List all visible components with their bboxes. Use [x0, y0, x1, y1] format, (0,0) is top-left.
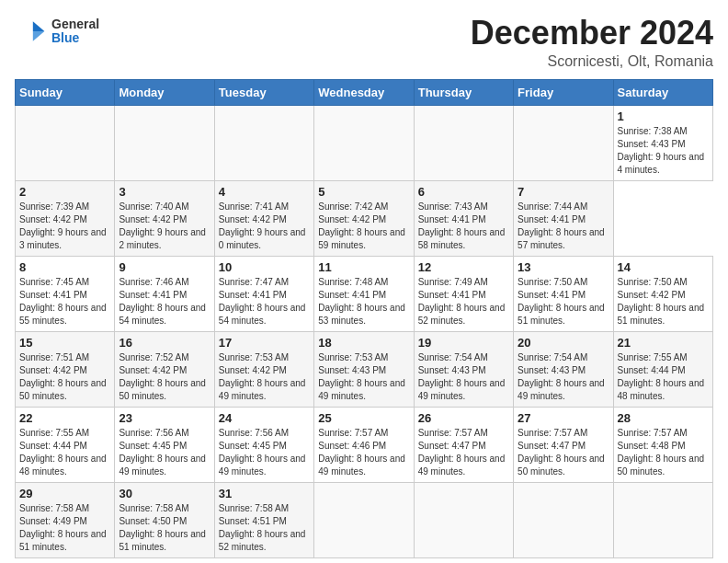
calendar-cell: 19 Sunrise: 7:54 AM Sunset: 4:43 PM Dayl…	[414, 331, 513, 407]
daylight-label: Daylight: 8 hours and 49 minutes.	[418, 454, 506, 477]
day-info: Sunrise: 7:54 AM Sunset: 4:43 PM Dayligh…	[418, 351, 509, 403]
day-info: Sunrise: 7:58 AM Sunset: 4:51 PM Dayligh…	[219, 502, 310, 554]
sunset-label: Sunset: 4:47 PM	[518, 441, 586, 451]
sunrise-label: Sunrise: 7:38 AM	[618, 126, 688, 136]
daylight-label: Daylight: 8 hours and 52 minutes.	[219, 529, 306, 552]
day-info: Sunrise: 7:44 AM Sunset: 4:41 PM Dayligh…	[518, 201, 609, 252]
calendar-cell: 24 Sunrise: 7:56 AM Sunset: 4:45 PM Dayl…	[214, 407, 313, 482]
daylight-label: Daylight: 8 hours and 49 minutes.	[518, 378, 605, 401]
calendar-cell: 27 Sunrise: 7:57 AM Sunset: 4:47 PM Dayl…	[514, 407, 613, 482]
daylight-label: Daylight: 8 hours and 50 minutes.	[618, 454, 705, 477]
day-info: Sunrise: 7:56 AM Sunset: 4:45 PM Dayligh…	[219, 427, 310, 478]
daylight-label: Daylight: 8 hours and 55 minutes.	[19, 303, 107, 326]
calendar-cell	[613, 482, 712, 557]
col-wednesday: Wednesday	[314, 79, 414, 105]
logo-line1: General	[51, 17, 99, 31]
sunset-label: Sunset: 4:42 PM	[318, 214, 386, 224]
day-number: 27	[518, 411, 609, 425]
day-info: Sunrise: 7:46 AM Sunset: 4:41 PM Dayligh…	[119, 276, 210, 327]
daylight-label: Daylight: 8 hours and 48 minutes.	[618, 378, 705, 401]
day-number: 10	[219, 260, 310, 274]
day-number: 30	[119, 487, 210, 500]
calendar-cell: 31 Sunrise: 7:58 AM Sunset: 4:51 PM Dayl…	[214, 482, 313, 557]
day-info: Sunrise: 7:40 AM Sunset: 4:42 PM Dayligh…	[119, 201, 210, 252]
page-header: General Blue December 2024 Scornicesti, …	[15, 15, 713, 70]
daylight-label: Daylight: 8 hours and 54 minutes.	[219, 303, 306, 326]
calendar-cell: 23 Sunrise: 7:56 AM Sunset: 4:45 PM Dayl…	[115, 407, 214, 482]
calendar-cell: 3 Sunrise: 7:40 AM Sunset: 4:42 PM Dayli…	[115, 180, 214, 256]
day-info: Sunrise: 7:38 AM Sunset: 4:43 PM Dayligh…	[618, 125, 709, 177]
sunrise-label: Sunrise: 7:51 AM	[19, 352, 89, 362]
sunset-label: Sunset: 4:41 PM	[119, 290, 187, 300]
sunrise-label: Sunrise: 7:54 AM	[418, 352, 488, 362]
calendar-cell: 4 Sunrise: 7:41 AM Sunset: 4:42 PM Dayli…	[214, 180, 313, 256]
sunrise-label: Sunrise: 7:53 AM	[219, 352, 289, 362]
day-number: 31	[219, 487, 310, 500]
calendar-cell	[314, 482, 414, 557]
sunrise-label: Sunrise: 7:47 AM	[219, 277, 289, 287]
header-row: Sunday Monday Tuesday Wednesday Thursday…	[16, 79, 713, 105]
day-info: Sunrise: 7:43 AM Sunset: 4:41 PM Dayligh…	[418, 201, 509, 252]
calendar-cell: 12 Sunrise: 7:49 AM Sunset: 4:41 PM Dayl…	[414, 256, 513, 331]
day-info: Sunrise: 7:54 AM Sunset: 4:43 PM Dayligh…	[518, 351, 609, 403]
daylight-label: Daylight: 8 hours and 58 minutes.	[418, 227, 506, 250]
calendar-cell: 2 Sunrise: 7:39 AM Sunset: 4:42 PM Dayli…	[16, 180, 115, 256]
calendar-cell	[514, 482, 613, 557]
sunset-label: Sunset: 4:42 PM	[618, 290, 686, 300]
sunset-label: Sunset: 4:42 PM	[119, 214, 187, 224]
sunset-label: Sunset: 4:43 PM	[618, 139, 686, 149]
day-info: Sunrise: 7:49 AM Sunset: 4:41 PM Dayligh…	[418, 276, 509, 327]
day-info: Sunrise: 7:50 AM Sunset: 4:41 PM Dayligh…	[518, 276, 609, 327]
calendar-cell: 25 Sunrise: 7:57 AM Sunset: 4:46 PM Dayl…	[314, 407, 414, 482]
sunrise-label: Sunrise: 7:55 AM	[618, 352, 688, 362]
day-number: 4	[219, 185, 310, 199]
day-number: 23	[119, 411, 210, 425]
sunset-label: Sunset: 4:42 PM	[219, 365, 287, 375]
day-info: Sunrise: 7:55 AM Sunset: 4:44 PM Dayligh…	[618, 351, 709, 403]
sunset-label: Sunset: 4:48 PM	[618, 441, 686, 451]
daylight-label: Daylight: 8 hours and 59 minutes.	[318, 227, 405, 250]
sunrise-label: Sunrise: 7:40 AM	[119, 201, 188, 212]
sunrise-label: Sunrise: 7:42 AM	[318, 201, 388, 212]
sunrise-label: Sunrise: 7:57 AM	[418, 428, 488, 438]
day-info: Sunrise: 7:56 AM Sunset: 4:45 PM Dayligh…	[119, 427, 210, 478]
sunrise-label: Sunrise: 7:44 AM	[518, 201, 587, 212]
day-number: 17	[219, 336, 310, 350]
day-info: Sunrise: 7:58 AM Sunset: 4:50 PM Dayligh…	[119, 502, 210, 554]
sunrise-label: Sunrise: 7:46 AM	[119, 277, 188, 287]
day-number: 18	[318, 336, 409, 350]
sunrise-label: Sunrise: 7:45 AM	[19, 277, 89, 287]
daylight-label: Daylight: 8 hours and 49 minutes.	[219, 454, 306, 477]
day-info: Sunrise: 7:57 AM Sunset: 4:47 PM Dayligh…	[518, 427, 609, 478]
sunrise-label: Sunrise: 7:39 AM	[19, 201, 89, 212]
logo-text: General Blue	[51, 17, 99, 46]
sunrise-label: Sunrise: 7:41 AM	[219, 201, 289, 212]
day-number: 8	[19, 260, 110, 274]
sunrise-label: Sunrise: 7:52 AM	[119, 352, 188, 362]
day-number: 1	[618, 109, 709, 123]
svg-marker-0	[33, 21, 45, 31]
calendar-cell: 20 Sunrise: 7:54 AM Sunset: 4:43 PM Dayl…	[514, 331, 613, 407]
day-number: 13	[518, 260, 609, 274]
daylight-label: Daylight: 8 hours and 49 minutes.	[418, 378, 506, 401]
calendar-table: Sunday Monday Tuesday Wednesday Thursday…	[15, 79, 713, 558]
sunrise-label: Sunrise: 7:48 AM	[318, 277, 388, 287]
day-info: Sunrise: 7:50 AM Sunset: 4:42 PM Dayligh…	[618, 276, 709, 327]
sunset-label: Sunset: 4:43 PM	[318, 365, 386, 375]
col-thursday: Thursday	[414, 79, 513, 105]
calendar-cell: 13 Sunrise: 7:50 AM Sunset: 4:41 PM Dayl…	[514, 256, 613, 331]
day-info: Sunrise: 7:57 AM Sunset: 4:47 PM Dayligh…	[418, 427, 509, 478]
day-info: Sunrise: 7:47 AM Sunset: 4:41 PM Dayligh…	[219, 276, 310, 327]
day-number: 21	[618, 336, 709, 350]
col-monday: Monday	[115, 79, 214, 105]
sunrise-label: Sunrise: 7:57 AM	[318, 428, 388, 438]
calendar-cell	[414, 482, 513, 557]
day-number: 14	[618, 260, 709, 274]
location: Scornicesti, Olt, Romania	[471, 53, 713, 70]
day-number: 15	[19, 336, 110, 350]
calendar-cell: 9 Sunrise: 7:46 AM Sunset: 4:41 PM Dayli…	[115, 256, 214, 331]
sunrise-label: Sunrise: 7:58 AM	[219, 503, 289, 513]
day-number: 25	[318, 411, 409, 425]
day-number: 9	[119, 260, 210, 274]
sunset-label: Sunset: 4:45 PM	[219, 441, 287, 451]
